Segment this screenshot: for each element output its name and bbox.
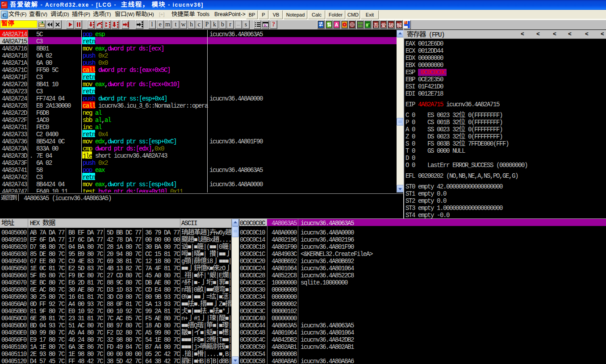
svg-text:K: K: [264, 23, 267, 28]
